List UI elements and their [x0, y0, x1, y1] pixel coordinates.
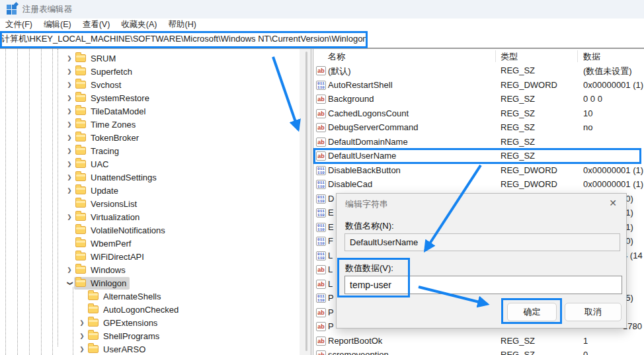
chevron-right-icon[interactable]: ❯ [65, 121, 73, 128]
reg-sz-icon [316, 308, 326, 317]
chevron-right-icon[interactable]: ❯ [65, 187, 73, 194]
value-name: DisableCad [328, 179, 372, 189]
ok-button[interactable]: 确定 [507, 303, 557, 321]
value-row-autorestartshell[interactable]: AutoRestartShellREG_DWORD0x00000001 (1) [313, 79, 644, 93]
chevron-right-icon[interactable]: ❯ [65, 266, 73, 273]
value-row-defaultusername[interactable]: DefaultUserNameREG_SZ [313, 149, 644, 163]
tree-item-windows[interactable]: ❯Windows [65, 263, 129, 276]
tree-item-label: UserARSO [103, 344, 145, 354]
value-data: 0 0 0 [583, 94, 602, 104]
value-data-label: 数值数据(V): [345, 262, 393, 274]
pane-splitter[interactable] [311, 49, 311, 355]
column-divider[interactable] [577, 50, 578, 62]
chevron-right-icon[interactable]: ❯ [65, 55, 73, 61]
folder-icon [75, 147, 86, 155]
tree-item-srum[interactable]: ❯SRUM [65, 52, 119, 65]
menu-item-3[interactable]: 查看(V) [83, 19, 110, 30]
value-name: L [328, 251, 333, 260]
tree-item-alternateshells[interactable]: AlternateShells [77, 290, 164, 303]
value-row-background[interactable]: BackgroundREG_SZ0 0 0 [313, 93, 644, 106]
tree-item-uac[interactable]: ❯UAC [65, 157, 112, 171]
value-type: REG_SZ [501, 137, 535, 147]
tree-item-time-zones[interactable]: ❯Time Zones [65, 118, 139, 131]
value-row-scremoveoption[interactable]: scremoveoptionREG_SZ0 [313, 348, 644, 355]
chevron-right-icon[interactable]: ❯ [78, 319, 85, 326]
value-name: DefaultDomainName [328, 137, 408, 147]
chevron-right-icon[interactable]: ❯ [65, 174, 73, 180]
address-bar[interactable]: 计算机\HKEY_LOCAL_MACHINE\SOFTWARE\Microsof… [0, 30, 644, 48]
value-type: REG_SZ [501, 65, 535, 75]
tree-item-tiledatamodel[interactable]: ❯TileDataModel [65, 104, 149, 118]
chevron-right-icon[interactable]: ❯ [65, 95, 73, 101]
column-divider[interactable] [495, 50, 496, 62]
tree-item-label: Update [91, 186, 118, 196]
value-row-disablebackbutton[interactable]: DisableBackButtonREG_DWORD0x00000001 (1) [313, 164, 644, 178]
column-header-data[interactable]: 数据 [583, 51, 600, 63]
tree-item-wbemperf[interactable]: WbemPerf [65, 237, 134, 250]
tree-item-versionslist[interactable]: VersionsList [65, 197, 140, 210]
value-name-label: 数值名称(N): [345, 220, 394, 232]
value-name: L [328, 279, 333, 289]
menu-item-1[interactable]: 文件(F) [5, 19, 32, 30]
value-data: 1 [583, 336, 588, 346]
value-row-cachedlogonscount[interactable]: CachedLogonsCountREG_SZ10 [313, 107, 644, 121]
tree-item-userarso[interactable]: ❯UserARSO [77, 342, 149, 355]
value-name: F [328, 236, 333, 246]
tree-item-virtualization[interactable]: ❯Virtualization [65, 210, 143, 223]
registry-tree: ❯SRUM❯Superfetch❯Svchost❯SystemRestore❯T… [0, 49, 300, 355]
close-icon[interactable]: ✕ [609, 198, 617, 208]
tree-item-winlogon[interactable]: ❮Winlogon [65, 276, 130, 290]
chevron-right-icon[interactable]: ❯ [65, 147, 73, 154]
cancel-button[interactable]: 取消 [565, 303, 622, 321]
value-row-reportbootok[interactable]: ReportBootOkREG_SZ1 [313, 335, 644, 348]
reg-sz-icon [316, 109, 326, 118]
value-name: E [328, 222, 334, 232]
value-row-debugservercommand[interactable]: DebugServerCommandREG_SZno [313, 121, 644, 135]
chevron-right-icon[interactable]: ❯ [65, 108, 73, 114]
tree-item-svchost[interactable]: ❯Svchost [65, 78, 124, 91]
menu-item-4[interactable]: 收藏夹(A) [121, 19, 157, 30]
reg-sz-icon [316, 350, 326, 355]
address-path[interactable]: 计算机\HKEY_LOCAL_MACHINE\SOFTWARE\Microsof… [1, 30, 368, 48]
chevron-right-icon[interactable]: ❯ [65, 68, 73, 75]
chevron-down-icon[interactable]: ❮ [66, 279, 73, 286]
folder-icon [88, 292, 99, 300]
column-header-type[interactable]: 类型 [501, 51, 518, 63]
tree-item-label: TileDataModel [91, 106, 145, 116]
chevron-right-icon[interactable]: ❯ [65, 214, 73, 220]
tree-item-update[interactable]: ❯Update [65, 184, 122, 197]
tree-item-unattendsettings[interactable]: ❯UnattendSettings [65, 171, 160, 184]
menu-item-2[interactable]: 编辑(E) [44, 19, 71, 30]
tree-item-tracing[interactable]: ❯Tracing [65, 144, 122, 157]
tree-item-shellprograms[interactable]: ❯ShellPrograms [77, 329, 163, 342]
reg-dword-icon [316, 294, 326, 303]
chevron-right-icon[interactable]: ❯ [65, 134, 73, 141]
value-row-(默认)[interactable]: (默认)REG_SZ(数值未设置) [313, 64, 644, 78]
folder-icon [75, 81, 86, 89]
folder-icon [88, 319, 99, 327]
tree-item-gpextensions[interactable]: ❯GPExtensions [77, 316, 161, 329]
chevron-right-icon[interactable]: ❯ [65, 161, 73, 167]
tree-item-label: SystemRestore [91, 93, 149, 103]
chevron-right-icon[interactable]: ❯ [78, 333, 85, 339]
tree-item-label: UAC [91, 159, 108, 169]
value-row-defaultdomainname[interactable]: DefaultDomainNameREG_SZ [313, 136, 644, 149]
tree-item-superfetch[interactable]: ❯Superfetch [65, 65, 136, 78]
tree-item-autologonchecked[interactable]: AutoLogonChecked [77, 303, 182, 316]
value-row-disablecad[interactable]: DisableCadREG_DWORD0x00000001 (1) [313, 178, 644, 192]
tree-item-tokenbroker[interactable]: ❯TokenBroker [65, 131, 142, 144]
column-header-name[interactable]: 名称 [328, 51, 345, 63]
tree-item-systemrestore[interactable]: ❯SystemRestore [65, 91, 153, 104]
reg-sz-icon [316, 95, 326, 104]
reg-sz-icon [316, 123, 326, 132]
tree-scrollbar-thumb[interactable] [305, 52, 307, 351]
tree-item-wifidirectapi[interactable]: WiFiDirectAPI [65, 250, 147, 263]
value-data-field[interactable] [344, 276, 622, 294]
tree-item-volatilenotifications[interactable]: VolatileNotifications [65, 223, 169, 237]
tree-item-label: VolatileNotifications [91, 225, 165, 235]
value-name-field[interactable] [344, 233, 620, 251]
chevron-right-icon[interactable]: ❯ [78, 346, 85, 352]
chevron-right-icon[interactable]: ❯ [65, 81, 73, 88]
menu-item-5[interactable]: 帮助(H) [168, 19, 196, 30]
reg-dword-icon [316, 251, 326, 260]
